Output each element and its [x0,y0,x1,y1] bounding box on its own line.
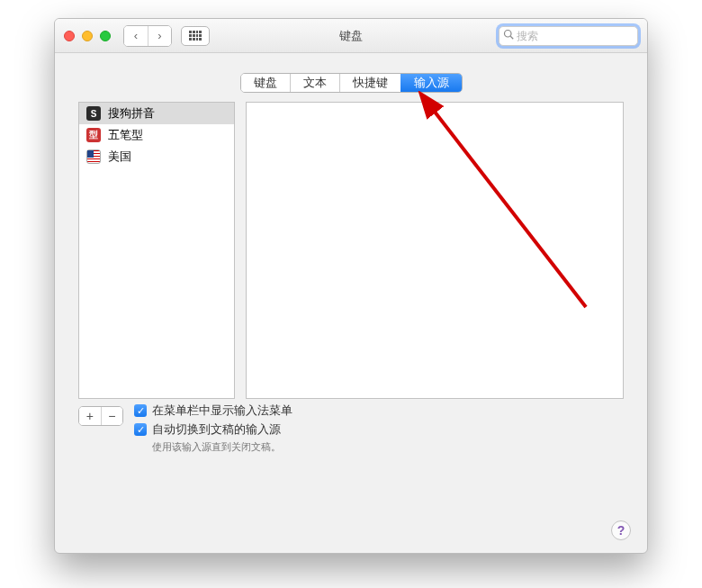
tab-label: 键盘 [254,75,277,91]
input-source-label: 搜狗拼音 [108,105,155,122]
input-source-list[interactable]: S 搜狗拼音 型 五笔型 美国 [78,102,235,399]
window-controls [64,31,111,41]
svg-line-1 [510,36,513,39]
options-area: ✓ 在菜单栏中显示输入法菜单 ✓ 自动切换到文稿的输入源 使用该输入源直到关闭文… [134,403,292,454]
auto-switch-checkbox[interactable]: ✓ 自动切换到文稿的输入源 [134,421,292,438]
input-source-row[interactable]: 型 五笔型 [79,124,234,146]
input-source-label: 五笔型 [108,127,143,143]
tab-shortcuts[interactable]: 快捷键 [339,74,400,92]
content-area: 键盘 文本 快捷键 输入源 S 搜狗拼音 型 五笔型 美国 [55,53,647,468]
show-in-menu-bar-checkbox[interactable]: ✓ 在菜单栏中显示输入法菜单 [134,403,292,419]
input-sources-split: S 搜狗拼音 型 五笔型 美国 [78,102,624,399]
nav-back-forward: ‹ › [123,25,172,47]
tab-keyboard[interactable]: 键盘 [241,74,290,92]
input-source-label: 美国 [108,149,131,165]
help-button[interactable]: ? [611,520,631,540]
nav-back-button[interactable]: ‹ [124,26,148,46]
search-icon [503,29,514,42]
checkbox-label: 在菜单栏中显示输入法菜单 [152,403,292,419]
search-field-wrapper[interactable]: ✕ [499,26,638,46]
input-source-detail [246,102,624,399]
auto-switch-note: 使用该输入源直到关闭文稿。 [152,440,292,454]
tab-input-sources[interactable]: 输入源 [400,74,462,92]
us-flag-icon [86,149,101,164]
input-source-row[interactable]: S 搜狗拼音 [79,103,234,124]
checkbox-label: 自动切换到文稿的输入源 [152,421,281,438]
tab-bar: 键盘 文本 快捷键 输入源 [78,73,624,93]
tab-label: 文本 [303,75,327,91]
add-source-button[interactable]: + [79,407,101,425]
add-remove-control: + − [78,406,123,426]
minimize-window-button[interactable] [82,31,93,41]
zoom-window-button[interactable] [100,31,111,41]
preferences-window: ‹ › 键盘 ✕ 键盘 文本 快捷键 输入源 [54,18,648,554]
sogou-icon: S [86,106,101,121]
tab-label: 输入源 [414,75,449,91]
svg-point-0 [505,31,512,38]
grid-icon [189,31,202,41]
show-all-button[interactable] [181,26,210,46]
tab-text[interactable]: 文本 [290,74,339,92]
wubi-icon: 型 [86,128,101,142]
input-source-row[interactable]: 美国 [79,146,234,167]
checkmark-icon: ✓ [134,404,147,417]
nav-forward-button[interactable]: › [148,26,171,46]
search-input[interactable] [517,28,648,44]
titlebar: ‹ › 键盘 ✕ [55,19,647,53]
window-title: 键盘 [339,28,363,44]
tab-label: 快捷键 [353,75,388,91]
close-window-button[interactable] [64,31,75,41]
tab-segmented-control: 键盘 文本 快捷键 输入源 [240,73,463,93]
remove-source-button[interactable]: − [101,407,123,425]
checkmark-icon: ✓ [134,423,147,436]
